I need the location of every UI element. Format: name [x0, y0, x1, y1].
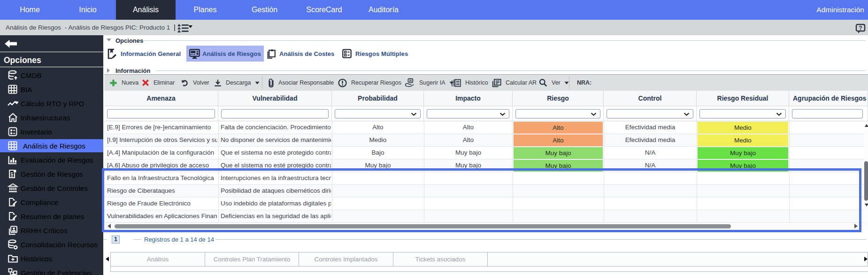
svg-text:?: ? — [859, 25, 862, 31]
svg-text:AI: AI — [409, 79, 412, 82]
